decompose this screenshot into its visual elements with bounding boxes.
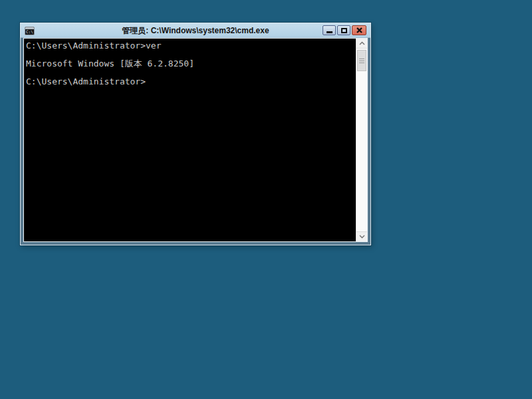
caption-buttons — [323, 25, 366, 35]
minimize-icon — [327, 31, 332, 33]
chevron-down-icon — [359, 235, 365, 239]
console-line: C:\Users\Administrator> — [26, 77, 354, 86]
cmd-window: 管理员: C:\Windows\system32\cmd.exe C:\User… — [20, 23, 371, 245]
close-button[interactable] — [352, 25, 366, 35]
scrollbar-grip — [359, 61, 364, 61]
console-output: C:\Users\Administrator>ver Microsoft Win… — [24, 39, 356, 241]
minimize-button[interactable] — [323, 25, 336, 35]
scrollbar-grip — [359, 63, 364, 63]
maximize-icon — [341, 28, 347, 33]
desktop: { "colors": { "desktop_background": "#1d… — [0, 0, 532, 399]
close-icon — [356, 27, 362, 33]
scrollbar-up-button[interactable] — [356, 39, 367, 49]
console-line: Microsoft Windows [版本 6.2.8250] — [26, 59, 354, 68]
scrollbar-grip — [359, 59, 364, 59]
console-client-area[interactable]: C:\Users\Administrator>ver Microsoft Win… — [23, 38, 368, 242]
scrollbar-thumb[interactable] — [357, 50, 366, 71]
titlebar[interactable]: 管理员: C:\Windows\system32\cmd.exe — [21, 23, 370, 38]
vertical-scrollbar — [356, 39, 367, 241]
console-line — [26, 68, 354, 78]
console-line — [26, 51, 354, 60]
scrollbar-down-button[interactable] — [356, 231, 367, 241]
console-line: C:\Users\Administrator>ver — [26, 41, 354, 51]
chevron-up-icon — [359, 41, 365, 45]
maximize-button[interactable] — [337, 25, 350, 35]
window-title: 管理员: C:\Windows\system32\cmd.exe — [21, 23, 370, 38]
